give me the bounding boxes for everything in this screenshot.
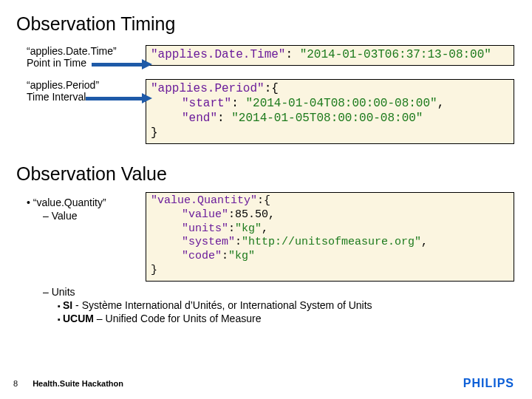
- code-applies-period: "applies.Period":{ "start": "2014-01-04T…: [146, 79, 514, 144]
- code-key: "system": [182, 236, 235, 248]
- heading-observation-timing: Observation Timing: [16, 13, 516, 35]
- code-value: "kg": [228, 250, 255, 262]
- code-value: "http://unitsofmeasure.org": [242, 236, 421, 248]
- bullet-ucum: UCUM – Unified Code for Units of Measure: [27, 313, 516, 324]
- bullet-units: Units: [27, 286, 516, 298]
- code-key: "applies.Date.Time": [151, 48, 285, 61]
- code-value: "2014-01-05T08:00:00-08:00": [231, 112, 423, 125]
- code-key: "value.Quantity": [151, 194, 257, 207]
- bullet-si: SI - Système International d’Unités, or …: [27, 299, 516, 311]
- bullet-text: Système International d’Unités, or Inter…: [82, 299, 372, 311]
- philips-logo: PHILIPS: [463, 377, 514, 390]
- label-text: “applies.Date.Time”: [27, 45, 146, 57]
- code-value-quantity: "value.Quantity":{ "value":85.50, "units…: [146, 192, 514, 282]
- heading-observation-value: Observation Value: [16, 163, 516, 185]
- footer-title: Health.Suite Hackathon: [33, 379, 123, 388]
- code-value: "2014-01-04T08:00:00-08:00": [245, 97, 437, 110]
- code-key: "code": [182, 250, 222, 262]
- bullet-main: “value.Quantity”: [27, 197, 146, 208]
- code-key: "end": [182, 112, 217, 125]
- footer: 8 Health.Suite Hackathon PHILIPS: [0, 377, 532, 390]
- code-key: "value": [182, 208, 228, 221]
- label-value-quantity: “value.Quantity” Value: [16, 192, 146, 222]
- label-text: “applies.Period”: [27, 79, 146, 91]
- code-value: 85.50: [235, 208, 268, 221]
- arrow-icon: [86, 95, 151, 101]
- bullet-text: Unified Code for Units of Measure: [106, 313, 262, 324]
- units-list: Units SI - Système International d’Unité…: [16, 286, 516, 324]
- label-applies-datetime: “applies.Date.Time” Point in Time: [16, 45, 146, 69]
- code-applies-datetime: "applies.Date.Time": "2014-01-03T06:37:1…: [146, 45, 514, 66]
- page-number: 8: [13, 379, 18, 388]
- code-value: "kg": [235, 222, 262, 235]
- arrow-icon: [92, 61, 151, 67]
- code-value: "2014-01-03T06:37:13-08:00": [300, 48, 491, 61]
- bullet-text: Value: [52, 210, 78, 222]
- row-applies-datetime: “applies.Date.Time” Point in Time "appli…: [16, 45, 516, 69]
- code-key: "applies.Period": [151, 82, 265, 95]
- code-key: "units": [182, 222, 228, 235]
- bullet-value: Value: [27, 210, 146, 222]
- row-applies-period: “applies.Period” Time Interval "applies.…: [16, 79, 516, 144]
- bullet-text: Units: [52, 286, 75, 298]
- code-key: "start": [182, 97, 231, 110]
- label-applies-period: “applies.Period” Time Interval: [16, 79, 146, 103]
- row-value-quantity: “value.Quantity” Value "value.Quantity":…: [16, 192, 516, 282]
- bullet-text: “value.Quantity”: [33, 197, 106, 208]
